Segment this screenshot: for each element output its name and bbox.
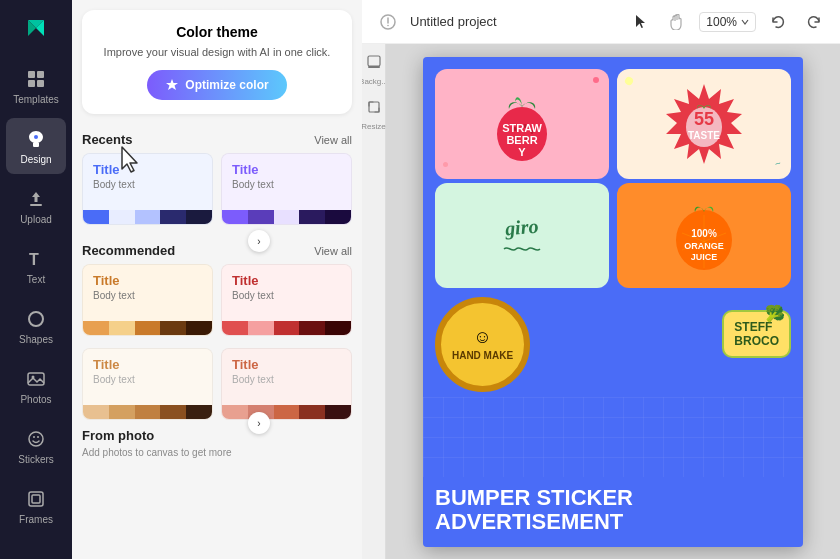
warning-icon: [374, 8, 402, 36]
design-icon: [24, 127, 48, 151]
recents-section-header: Recents View all: [82, 124, 352, 153]
optimize-color-button[interactable]: Optimize color: [147, 70, 286, 100]
decor-dot: [593, 77, 599, 83]
recommended-nav-arrow[interactable]: ›: [248, 412, 270, 434]
sidebar-item-stickers[interactable]: Stickers: [6, 418, 66, 474]
color-theme-box: Color theme Improve your visual design w…: [82, 10, 352, 114]
svg-text:55: 55: [694, 109, 714, 129]
photos-icon: [24, 367, 48, 391]
app-logo: [18, 10, 54, 46]
sidebar-item-frames[interactable]: Frames: [6, 478, 66, 534]
oj-card: 100% ORANGE JUICE: [617, 183, 791, 288]
grid-background: [423, 397, 803, 477]
sidebar-item-upload[interactable]: Upload: [6, 178, 66, 234]
main-toolbar: Untitled project 100%: [362, 0, 840, 44]
frames-icon: [24, 487, 48, 511]
svg-rect-0: [28, 71, 35, 78]
sidebar-label-photos: Photos: [20, 394, 51, 405]
canvas-title-line2: ADVERTISEMENT: [435, 510, 791, 534]
smiley: ☺: [473, 327, 491, 348]
sidebar-label-upload: Upload: [20, 214, 52, 225]
svg-rect-17: [368, 56, 380, 66]
svg-point-10: [29, 432, 43, 446]
svg-rect-14: [32, 495, 40, 503]
background-tool-btn[interactable]: [364, 52, 384, 72]
steffi-sticker: STEFFBROCO 🥦: [722, 310, 791, 359]
decor-dot2: [443, 162, 448, 167]
resize-tool-btn[interactable]: [364, 97, 384, 117]
giro-text: giro: [504, 214, 539, 240]
oj-svg: 100% ORANGE JUICE: [667, 190, 742, 280]
svg-rect-3: [37, 80, 44, 87]
strawberry-card: STRAW BERR Y: [435, 69, 609, 179]
svg-text:ORANGE: ORANGE: [684, 241, 724, 251]
svg-point-12: [37, 436, 39, 438]
recommended-title: Recommended: [82, 243, 175, 258]
from-photo-desc: Add photos to canvas to get more: [82, 447, 352, 458]
cursor-tool-btn[interactable]: [627, 8, 655, 36]
sidebar-label-frames: Frames: [19, 514, 53, 525]
rec-card-1-title: Title: [93, 273, 202, 288]
undo-btn[interactable]: [764, 8, 792, 36]
project-title: Untitled project: [410, 14, 619, 29]
handmake-text: HAND MAKE: [452, 350, 513, 362]
sidebar-item-design[interactable]: Design: [6, 118, 66, 174]
optimize-btn-label: Optimize color: [185, 78, 268, 92]
svg-point-7: [29, 312, 43, 326]
design-panel: Color theme Improve your visual design w…: [72, 0, 362, 559]
background-label: Backg...: [362, 78, 388, 87]
recommended-view-all[interactable]: View all: [314, 245, 352, 257]
svg-point-16: [387, 24, 389, 26]
recommended-card-1[interactable]: Title Body text: [82, 264, 213, 336]
redo-btn[interactable]: [800, 8, 828, 36]
recommended-card-3[interactable]: Title Body text: [82, 348, 213, 420]
svg-point-11: [33, 436, 35, 438]
sidebar-item-templates[interactable]: Templates: [6, 58, 66, 114]
recent-card-2-body: Body text: [232, 179, 341, 190]
canvas-wrapper: Backg... Resize: [362, 44, 840, 559]
recents-view-all[interactable]: View all: [314, 134, 352, 146]
sticker-mid-grid: giro: [423, 183, 803, 288]
recent-card-2[interactable]: Title Body text: [221, 153, 352, 225]
svg-point-4: [34, 135, 38, 139]
canvas-title-line1: BUMPER STICKER: [435, 486, 791, 510]
resize-label: Resize: [362, 123, 386, 132]
svg-text:TASTE: TASTE: [688, 130, 720, 141]
recents-grid: Title Body text Title Body text: [82, 153, 352, 225]
zoom-control[interactable]: 100%: [699, 12, 756, 32]
strawberry-svg: STRAW BERR Y: [487, 84, 557, 164]
zoom-value: 100%: [706, 15, 737, 29]
rec-card-3-title: Title: [93, 357, 202, 372]
sidebar-label-templates: Templates: [13, 94, 59, 105]
recents-nav-arrow[interactable]: ›: [248, 230, 270, 252]
sidebar-item-photos[interactable]: Photos: [6, 358, 66, 414]
recommended-grid: Title Body text Title Body text: [82, 264, 352, 420]
upload-icon: [24, 187, 48, 211]
recent-card-2-title: Title: [232, 162, 341, 177]
decor-star: [624, 75, 635, 86]
svg-text:BERR: BERR: [506, 134, 537, 146]
sidebar-item-text[interactable]: T Text: [6, 238, 66, 294]
svg-text:T: T: [29, 251, 39, 268]
svg-rect-2: [28, 80, 35, 87]
sidebar-label-shapes: Shapes: [19, 334, 53, 345]
rec-card-4-body: Body text: [232, 374, 341, 385]
recommended-card-4[interactable]: Title Body text: [221, 348, 352, 420]
recent-card-1-body: Body text: [93, 179, 202, 190]
sidebar-item-shapes[interactable]: Shapes: [6, 298, 66, 354]
handmake-sticker: ☺ HAND MAKE: [435, 297, 530, 392]
recents-title: Recents: [82, 132, 133, 147]
sidebar-label-design: Design: [20, 154, 51, 165]
svg-text:Y: Y: [518, 146, 526, 158]
color-theme-title: Color theme: [96, 24, 338, 40]
from-photo-title: From photo: [82, 428, 352, 443]
recent-card-1[interactable]: Title Body text: [82, 153, 213, 225]
svg-rect-8: [28, 373, 44, 385]
sticker-bottom-row: ☺ HAND MAKE STEFFBROCO 🥦: [435, 292, 791, 402]
sidebar-label-text: Text: [27, 274, 45, 285]
canvas-document: STRAW BERR Y ~: [423, 57, 803, 547]
hand-tool-btn[interactable]: [663, 8, 691, 36]
recommended-card-2[interactable]: Title Body text: [221, 264, 352, 336]
rec-card-2-body: Body text: [232, 290, 341, 301]
giro-card: giro: [435, 183, 609, 288]
